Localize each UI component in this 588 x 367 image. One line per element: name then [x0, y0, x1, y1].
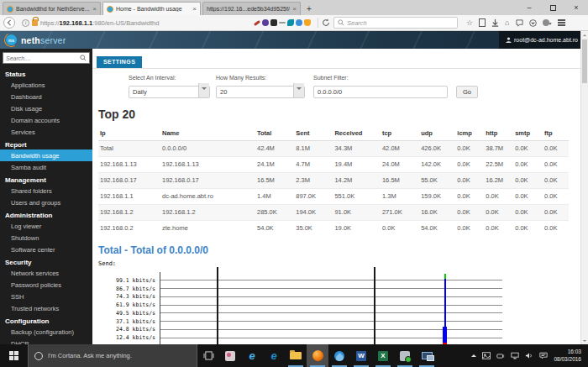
table-cell: 42.4M [255, 140, 294, 156]
sidebar-search[interactable] [3, 52, 90, 64]
sidebar-item-bandwidth-usage[interactable]: Bandwidth usage [0, 149, 92, 161]
taskbar-file-explorer[interactable] [285, 344, 307, 367]
back-button[interactable] [3, 17, 15, 29]
minimize-button[interactable]: – [517, 0, 541, 15]
tray-photo-icon[interactable] [482, 352, 491, 359]
sidebar-item-shutdown[interactable]: Shutdown [0, 232, 92, 244]
scroll-down-arrow[interactable] [581, 337, 588, 344]
task-view-button[interactable] [197, 344, 219, 367]
graph-section-title[interactable]: Total - Total of 0.0.0.0/0 [98, 244, 588, 256]
taskbar-thunderbird[interactable] [328, 344, 350, 367]
new-tab-button[interactable]: + [302, 3, 316, 15]
taskbar-clock[interactable]: 16:03 08/03/2016 [554, 349, 581, 363]
tab-settings[interactable]: SETTINGS [97, 56, 142, 68]
sidebar-item-users-and-groups[interactable]: Users and groups [0, 197, 92, 208]
taskbar-edge[interactable]: e [263, 344, 285, 367]
browser-tab[interactable]: https://192.16...ede5b34d9525f/× [202, 2, 301, 15]
internet-explorer-icon: e [249, 350, 255, 361]
page-scrollbar[interactable] [580, 31, 588, 344]
ip-link[interactable]: 192.168.1.13 [98, 156, 160, 172]
cortana-search-bar[interactable]: I'm Cortana. Ask me anything. [28, 344, 197, 367]
sidebar-item-ssh[interactable]: SSH [0, 291, 92, 302]
ip-link[interactable]: 192.168.0.17 [98, 172, 160, 188]
table-cell: 0.0K [543, 204, 569, 220]
sidebar-item-backup-configuration-[interactable]: Backup (configuration) [0, 326, 92, 338]
sidebar-item-network-services[interactable]: Network services [0, 267, 92, 279]
y-axis-tick-label: 74.3 kbits/s [98, 293, 155, 300]
sidebar-item-log-viewer[interactable]: Log viewer [0, 220, 92, 232]
sidebar-item-domain-accounts[interactable]: Domain accounts [0, 114, 92, 126]
sidebar-search-input[interactable] [6, 55, 80, 61]
interval-select[interactable]: Daily [129, 86, 210, 98]
subnet-filter-input[interactable] [313, 86, 448, 98]
address-bar[interactable]: i https://192.168.1.1:980/en-US/Bandwidt… [18, 17, 314, 29]
browser-tab[interactable]: Bandwidthd for NethServe...× [3, 2, 101, 15]
tray-power-icon[interactable] [496, 353, 505, 359]
filters-row: Select An Interval: Daily How Many Resul… [92, 69, 588, 98]
taskbar-remote-app[interactable] [416, 344, 438, 367]
taskbar-firefox[interactable] [307, 344, 328, 367]
ip-link[interactable]: 192.168.0.2 [98, 220, 160, 236]
close-button[interactable]: × [564, 0, 588, 15]
back-arrow-icon [6, 19, 13, 26]
taskbar-excel[interactable]: X [372, 344, 394, 367]
ip-link[interactable]: 192.168.1.1 [98, 188, 160, 204]
ip-link[interactable]: 192.168.1.2 [98, 204, 160, 220]
browser-tab-bar: Bandwidthd for NethServe...×Home - Bandw… [0, 0, 588, 15]
results-select[interactable]: 20 [216, 86, 305, 98]
tab-close-icon[interactable]: × [192, 5, 197, 13]
downloads-icon[interactable] [491, 19, 499, 27]
extension-icon-5[interactable] [287, 19, 294, 26]
tab-close-icon[interactable]: × [92, 5, 97, 13]
extension-icon-6[interactable] [296, 19, 302, 26]
site-identity-icon[interactable] [32, 19, 38, 26]
extension-icon-1[interactable] [254, 19, 260, 25]
home-icon[interactable]: ⌂ [505, 18, 509, 27]
send-traffic-chart: 99.1 kbits/s86.7 kbits/s74.3 kbits/s61.9… [98, 267, 581, 345]
ip-link[interactable]: Total [98, 140, 160, 156]
extension-icon-2[interactable] [262, 19, 269, 26]
account-globe-icon[interactable]: ▾ [543, 19, 552, 26]
share-page-icon[interactable] [479, 18, 486, 27]
maximize-button[interactable] [541, 0, 564, 15]
taskbar-security-app[interactable] [394, 344, 416, 367]
tray-expand-icon[interactable] [471, 352, 476, 357]
tray-network-icon[interactable] [511, 352, 519, 359]
go-button[interactable]: Go [456, 86, 478, 98]
taskbar-app-pinned[interactable] [219, 344, 241, 367]
sidebar-item-services[interactable]: Services [0, 126, 92, 138]
browser-search-box[interactable]: Search [333, 17, 458, 29]
tab-title: Bandwidthd for NethServe... [16, 6, 90, 12]
pocket-icon[interactable] [529, 19, 537, 27]
sidebar-item-shared-folders[interactable]: Shared folders [0, 185, 92, 197]
logged-user-menu[interactable]: root@dc-ad.home.abt.ro [499, 31, 588, 49]
sidebar-item-password-policies[interactable]: Password policies [0, 279, 92, 291]
sidebar-item-samba-audit[interactable]: Samba audit [0, 161, 92, 173]
url-text[interactable]: https://192.168.1.1:980/en-US/Bandwidthd [40, 19, 251, 27]
tray-volume-icon[interactable] [525, 352, 533, 359]
reload-button[interactable] [322, 15, 330, 30]
scroll-up-arrow[interactable] [581, 31, 588, 39]
sidebar-item-software-center[interactable]: Software center [0, 244, 92, 255]
hello-chat-icon[interactable] [516, 19, 523, 27]
brand-wordmark[interactable]: nethserver [21, 35, 66, 45]
extension-icon-4[interactable] [279, 22, 286, 24]
page-info-icon[interactable]: i [22, 19, 29, 27]
tray-notifications-icon[interactable] [539, 352, 548, 359]
taskbar-word[interactable]: W [350, 344, 372, 367]
extension-icon-3[interactable] [270, 19, 277, 26]
menu-hamburger-icon[interactable] [558, 19, 565, 26]
bookmark-star-icon[interactable]: ☆ [466, 18, 473, 27]
browser-tab[interactable]: Home - Bandwidth usage× [102, 2, 201, 15]
sidebar-item-dhcp[interactable]: DHCP [0, 338, 92, 344]
sidebar-item-applications[interactable]: Applications [0, 79, 92, 91]
scrollbar-thumb[interactable] [582, 39, 587, 83]
extension-icon-7[interactable] [304, 19, 311, 26]
sidebar-item-dashboard[interactable]: Dashboard [0, 91, 92, 102]
tab-close-icon[interactable]: × [292, 5, 297, 13]
nethserver-logo-icon[interactable]: ns [6, 34, 17, 45]
sidebar-item-trusted-networks[interactable]: Trusted networks [0, 302, 92, 314]
sidebar-item-disk-usage[interactable]: Disk usage [0, 102, 92, 114]
taskbar-internet-explorer[interactable]: e [241, 344, 263, 367]
start-button[interactable] [0, 344, 28, 367]
